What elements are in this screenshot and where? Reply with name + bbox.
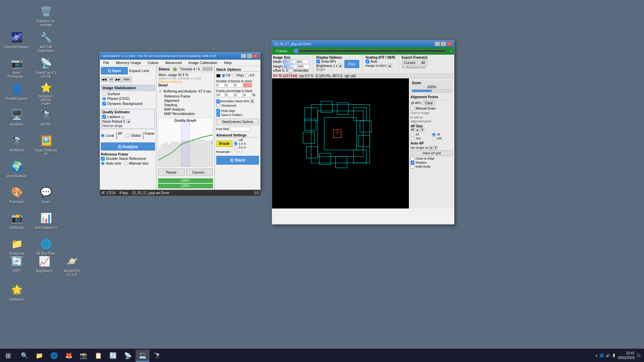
nav-filter[interactable]: Filter bbox=[122, 77, 132, 82]
icon-deepsky[interactable]: 🌌 DeepSkyStacker bbox=[3, 29, 30, 54]
normalize-checkbox[interactable] bbox=[216, 100, 220, 103]
pct-input-1[interactable] bbox=[216, 93, 225, 97]
close-edge-checkbox[interactable] bbox=[411, 157, 414, 161]
icon-recycle[interactable]: 🗑️ Papelera de reciclaje bbox=[33, 3, 59, 28]
ap-size-spin-up[interactable]: ▲ bbox=[415, 128, 419, 132]
icon-astrosurface[interactable]: 🌍 AstroSurface bbox=[3, 158, 30, 183]
frames-button[interactable]: Frames bbox=[273, 49, 290, 53]
laplace-checkbox[interactable] bbox=[102, 115, 106, 119]
frames-input-2[interactable] bbox=[225, 83, 234, 87]
size-24-radio[interactable] bbox=[411, 133, 414, 136]
taskbar-capture[interactable]: 📸 bbox=[76, 350, 91, 362]
zoom-slider[interactable] bbox=[412, 89, 451, 92]
manual-draw-checkbox[interactable] bbox=[411, 107, 414, 110]
fit-radio[interactable] bbox=[245, 74, 249, 77]
x20-radio[interactable] bbox=[231, 150, 235, 154]
icon-pixinsight[interactable]: 🎨 PixInsight bbox=[3, 184, 30, 209]
width-input[interactable] bbox=[297, 59, 309, 64]
tray-battery[interactable]: 🔋 bbox=[612, 354, 616, 357]
width-slider-visual[interactable] bbox=[283, 60, 296, 64]
taskbar-search[interactable]: 🔍 bbox=[17, 350, 32, 362]
pct-input-4[interactable] bbox=[244, 93, 252, 97]
normalize-spin[interactable]: ▼ bbox=[250, 99, 254, 103]
global-radio[interactable] bbox=[126, 134, 129, 137]
icon-topaz[interactable]: 🖼️ Topaz DeNoise AI bbox=[33, 132, 59, 158]
tif-radio[interactable] bbox=[222, 74, 225, 77]
viewer-image-area[interactable] bbox=[272, 78, 409, 208]
menu-help[interactable]: Help bbox=[222, 60, 234, 65]
taskbar-firefox[interactable]: 🦊 bbox=[62, 350, 76, 362]
icon-stellarium-bottom[interactable]: 🌟 Stellarium bbox=[3, 282, 30, 303]
icon-asimount[interactable]: 🔭 ASIMount bbox=[3, 132, 30, 158]
ap-size-spin-down[interactable]: ▼ bbox=[420, 128, 424, 132]
brightness-spin[interactable]: ▲ bbox=[338, 64, 342, 68]
range-spin[interactable]: ▲ bbox=[388, 64, 392, 68]
current-button[interactable]: Current bbox=[402, 60, 418, 66]
icon-sharpcap[interactable]: 📡 SharpCap 4.1(64 bit) bbox=[33, 55, 59, 80]
taskbar-sync[interactable]: 🔄 bbox=[106, 350, 120, 362]
icon-registax[interactable]: 📈 RegiStax 6 bbox=[31, 253, 58, 274]
height-input[interactable] bbox=[298, 64, 310, 69]
frames-slider[interactable] bbox=[293, 49, 446, 53]
manual-size-radio[interactable] bbox=[124, 162, 127, 165]
x30-radio[interactable] bbox=[234, 145, 237, 149]
size-48-radio[interactable] bbox=[432, 133, 436, 136]
stack-button[interactable]: 3) Stack bbox=[216, 156, 259, 165]
icon-pipp[interactable]: 🔄 PIPP bbox=[3, 253, 30, 274]
double-stack-checkbox[interactable] bbox=[101, 157, 105, 161]
minimize-button[interactable]: _ bbox=[241, 54, 246, 58]
rgb-align-checkbox[interactable] bbox=[216, 109, 220, 113]
nav-all[interactable]: All bbox=[108, 77, 114, 82]
menu-colour[interactable]: Colour bbox=[146, 60, 160, 65]
off-radio[interactable] bbox=[234, 138, 237, 142]
taskbar-browser-edge[interactable]: 🌐 bbox=[47, 350, 61, 362]
start-button[interactable]: ⊞ bbox=[0, 349, 16, 362]
cancel-button[interactable]: Cancel... bbox=[186, 169, 213, 176]
drizzle-button[interactable]: Drizzle bbox=[216, 140, 232, 147]
icon-asistudio[interactable]: 📸 ASIStudio bbox=[3, 210, 30, 235]
frames-input-4[interactable] bbox=[244, 83, 252, 87]
close-button[interactable]: ✕ bbox=[253, 54, 258, 58]
replace-checkbox[interactable] bbox=[411, 161, 414, 165]
tray-notification[interactable]: ⬛ bbox=[637, 354, 641, 357]
local-radio[interactable] bbox=[101, 134, 105, 137]
sharpened-checkbox[interactable] bbox=[216, 104, 220, 107]
icon-astap[interactable]: 🔭 ASTAP bbox=[33, 107, 59, 132]
maximize-button[interactable]: □ bbox=[247, 54, 252, 58]
dynamic-background-checkbox[interactable] bbox=[102, 102, 106, 106]
multi-scale-checkbox[interactable] bbox=[411, 165, 414, 169]
icon-anydesk[interactable]: 🖥️ AnyDesk bbox=[3, 107, 30, 132]
height-slider-visual[interactable] bbox=[284, 64, 297, 68]
viewer-minimize[interactable]: _ bbox=[435, 42, 440, 46]
auto-checkbox[interactable] bbox=[366, 60, 369, 63]
planet-cog-radio-input[interactable] bbox=[102, 97, 106, 101]
icon-winjupos[interactable]: 🪐 WinJUPOS12.3.12 bbox=[59, 253, 86, 278]
nav-first[interactable]: ◀◀ bbox=[101, 77, 107, 82]
play-button[interactable]: Play bbox=[344, 60, 359, 68]
icon-profile[interactable]: 👤 ProfileExplorer bbox=[3, 81, 30, 106]
menu-calibration[interactable]: Image Calibration bbox=[186, 60, 219, 65]
open-button[interactable]: 1) Open bbox=[101, 67, 128, 74]
clock-display[interactable]: 23:41 03/02/2025 bbox=[618, 351, 635, 360]
taskbar-telescope[interactable]: 📡 bbox=[121, 350, 135, 362]
all-button[interactable]: All bbox=[419, 60, 427, 66]
clear-button[interactable]: Clear bbox=[423, 101, 435, 106]
icon-stellarium-mesa[interactable]: ⭐ Stellarium (MESAmode) bbox=[33, 81, 59, 106]
menu-file[interactable]: File bbox=[101, 60, 111, 65]
taskbar-autostakkert[interactable]: 💻 bbox=[136, 350, 150, 362]
png-radio[interactable] bbox=[232, 74, 236, 77]
size-104-radio[interactable] bbox=[411, 137, 414, 140]
tray-chevron[interactable]: ∧ bbox=[595, 354, 598, 357]
size-200-radio[interactable] bbox=[432, 137, 436, 140]
min-bright-spin[interactable]: ▲ bbox=[429, 146, 433, 150]
surface-radio-input[interactable] bbox=[102, 92, 106, 96]
draw-aps-checkbox[interactable] bbox=[316, 60, 320, 63]
save-folders-checkbox[interactable] bbox=[216, 113, 220, 117]
icon-autostakkert3[interactable]: 📊 AutoStakkert 3 bbox=[33, 210, 59, 235]
viewer-close[interactable]: ✕ bbox=[447, 42, 452, 46]
pct-input-2[interactable] bbox=[225, 93, 234, 97]
noise-spin-up[interactable]: ▲ bbox=[126, 119, 130, 123]
stackname-button[interactable]: Stack(name) Options bbox=[216, 119, 259, 125]
taskbar-astap[interactable]: 🔭 bbox=[150, 350, 164, 362]
icon-ascom[interactable]: 🔧 ASCOMDiagnostics bbox=[33, 29, 59, 54]
